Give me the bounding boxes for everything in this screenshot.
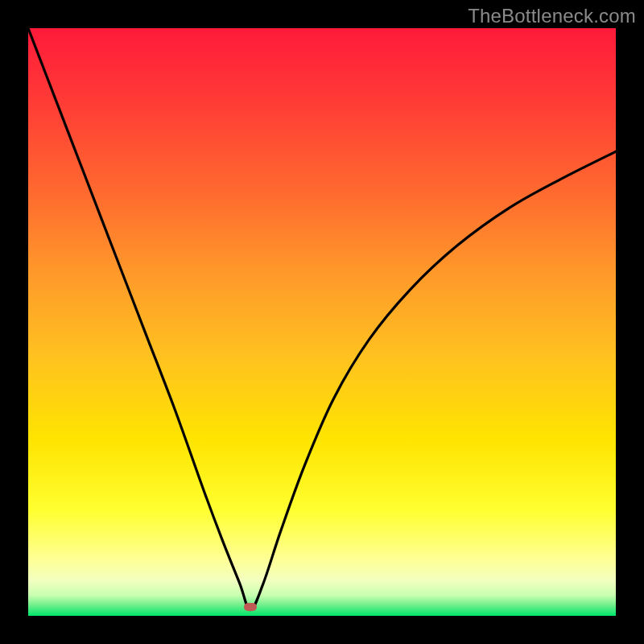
svg-rect-0 [28, 28, 616, 616]
plot-area [28, 28, 616, 616]
attribution-text: TheBottleneck.com [468, 5, 636, 27]
optimal-point-marker [244, 603, 257, 611]
chart-frame: TheBottleneck.com [0, 0, 644, 644]
background-gradient [28, 28, 616, 616]
